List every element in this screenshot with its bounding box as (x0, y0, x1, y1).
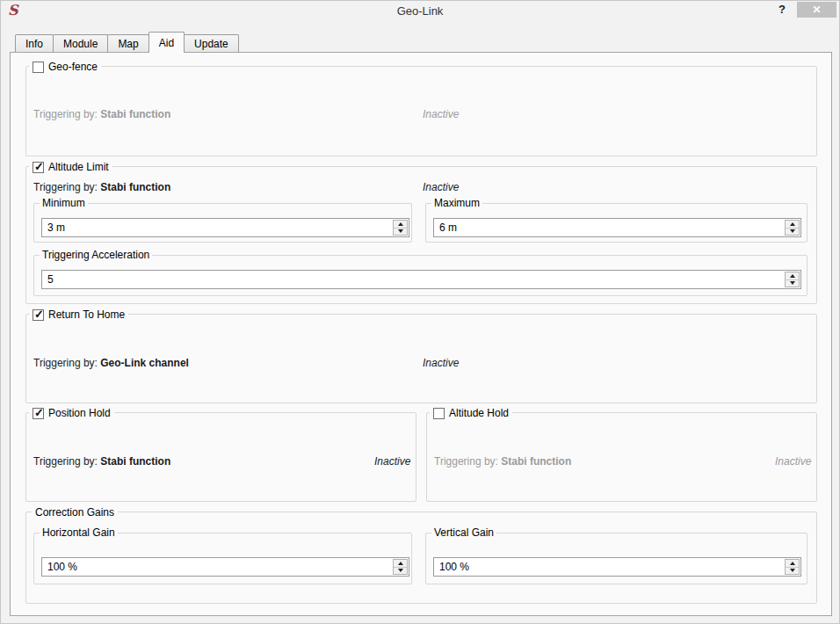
maximum-spinbox[interactable]: 6 m (433, 218, 801, 237)
tab-label: Aid (159, 37, 174, 49)
spin-down-icon (398, 569, 403, 572)
spin-down-button[interactable] (394, 229, 407, 236)
geo-fence-checkbox[interactable] (33, 62, 44, 73)
spin-down-icon (398, 229, 403, 233)
geo-link-window: S Geo-Link ? ✕ Info Module Map Aid Updat… (0, 0, 840, 624)
group-altitude-hold-label: Altitude Hold (449, 407, 509, 419)
group-position-hold: Position Hold Triggering by: Stabi funct… (25, 412, 416, 502)
help-button[interactable]: ? (774, 3, 790, 18)
geo-fence-trigger-row: Triggering by: Stabi function Inactive (33, 108, 809, 120)
triggering-by-text: Triggering by: Stabi function (33, 455, 170, 468)
status-text: Inactive (423, 108, 459, 120)
spin-up-button[interactable] (394, 221, 407, 229)
group-horizontal-gain-label: Horizontal Gain (40, 526, 118, 540)
group-altitude-hold: Altitude Hold Triggering by: Stabi funct… (426, 412, 817, 502)
maximum-value: 6 m (434, 221, 785, 234)
close-button[interactable]: ✕ (797, 2, 836, 18)
group-maximum: Maximum 6 m (425, 203, 807, 243)
minimum-value: 3 m (42, 221, 393, 234)
triggering-by-text: Triggering by: Stabi function (33, 108, 170, 120)
altitude-limit-checkbox[interactable] (33, 162, 44, 173)
spin-up-icon (398, 222, 403, 226)
spin-up-icon (790, 274, 795, 278)
triggering-by-text: Triggering by: Stabi function (33, 181, 170, 193)
spinner-buttons (785, 220, 800, 236)
vertical-gain-value: 100 % (434, 561, 785, 573)
group-vertical-gain-label: Vertical Gain (431, 526, 496, 540)
status-text: Inactive (423, 357, 459, 369)
spinner-buttons (393, 220, 408, 236)
spin-down-button[interactable] (786, 568, 799, 575)
group-vertical-gain: Vertical Gain 100 % (425, 533, 807, 584)
horizontal-gain-spinbox[interactable]: 100 % (41, 557, 409, 577)
group-minimum-label: Minimum (40, 197, 88, 210)
tab-label: Module (63, 38, 98, 50)
spin-down-icon (790, 229, 795, 233)
tab-label: Map (118, 38, 138, 50)
group-position-hold-label: Position Hold (48, 407, 111, 419)
spin-up-icon (398, 562, 403, 565)
group-return-to-home-label: Return To Home (48, 308, 125, 321)
spinner-buttons (393, 559, 408, 575)
altitude-hold-checkbox[interactable] (433, 408, 445, 419)
titlebar: S Geo-Link ? ✕ (1, 1, 839, 24)
tab-aid[interactable]: Aid (148, 32, 185, 53)
group-altitude-limit-label: Altitude Limit (48, 161, 109, 173)
horizontal-gain-value: 100 % (42, 561, 393, 573)
status-text: Inactive (423, 181, 459, 193)
spin-up-button[interactable] (786, 272, 799, 280)
group-correction-gains-label: Correction Gains (35, 506, 114, 519)
spin-down-icon (790, 281, 795, 285)
spinner-buttons (785, 272, 800, 287)
triggering-acceleration-spinbox[interactable]: 5 (41, 270, 801, 289)
altitude-hold-trigger-row: Triggering by: Stabi function Inactive (434, 455, 809, 468)
tab-map[interactable]: Map (107, 34, 148, 52)
spin-up-icon (790, 562, 795, 565)
altitude-limit-trigger-row: Triggering by: Stabi function Inactive (33, 181, 809, 193)
spin-up-button[interactable] (394, 560, 407, 568)
spin-up-button[interactable] (786, 560, 799, 568)
triggering-acceleration-value: 5 (42, 273, 785, 286)
status-text: Inactive (775, 455, 811, 468)
triggering-by-text: Triggering by: Stabi function (434, 455, 571, 468)
window-title: Geo-Link (1, 4, 839, 18)
group-geo-fence-label: Geo-fence (48, 61, 98, 73)
tab-update[interactable]: Update (184, 34, 239, 52)
group-geo-fence: Geo-fence Triggering by: Stabi function … (25, 66, 817, 156)
spin-down-icon (790, 569, 795, 572)
group-triggering-acceleration-label: Triggering Acceleration (40, 249, 152, 262)
vertical-gain-spinbox[interactable]: 100 % (433, 557, 801, 577)
close-icon: ✕ (812, 4, 821, 15)
minimum-spinbox[interactable]: 3 m (41, 218, 409, 237)
tab-label: Info (25, 38, 43, 50)
position-hold-checkbox[interactable] (33, 408, 44, 419)
position-hold-trigger-row: Triggering by: Stabi function Inactive (33, 455, 409, 468)
status-text: Inactive (374, 455, 410, 468)
help-icon: ? (778, 3, 786, 16)
tab-label: Update (194, 38, 228, 50)
group-correction-gains: Correction Gains Horizontal Gain 100 % V… (25, 512, 817, 604)
return-to-home-trigger-row: Triggering by: Geo-Link channel Inactive (33, 357, 809, 369)
group-return-to-home: Return To Home Triggering by: Geo-Link c… (25, 314, 817, 403)
tab-bar: Info Module Map Aid Update (15, 32, 238, 52)
group-altitude-limit: Altitude Limit Triggering by: Stabi func… (25, 166, 817, 304)
group-triggering-acceleration: Triggering Acceleration 5 (33, 255, 807, 296)
spin-down-button[interactable] (786, 280, 799, 287)
spinner-buttons (785, 559, 800, 575)
tab-module[interactable]: Module (53, 34, 108, 52)
spin-up-button[interactable] (786, 221, 799, 229)
group-horizontal-gain: Horizontal Gain 100 % (33, 533, 412, 584)
spin-down-button[interactable] (786, 229, 799, 236)
spin-up-icon (790, 222, 795, 226)
triggering-by-text: Triggering by: Geo-Link channel (33, 357, 189, 369)
return-to-home-checkbox[interactable] (33, 309, 44, 321)
group-minimum: Minimum 3 m (33, 203, 412, 243)
spin-down-button[interactable] (394, 568, 407, 575)
group-maximum-label: Maximum (431, 197, 482, 210)
tab-info[interactable]: Info (15, 34, 54, 52)
